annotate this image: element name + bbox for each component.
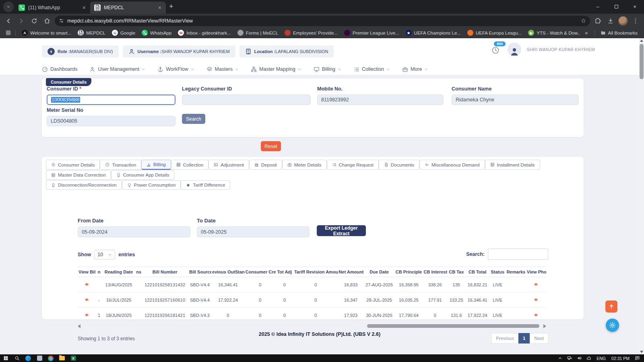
tab-power-consumption[interactable]: Power Consumption: [122, 180, 181, 190]
consumer-id-input[interactable]: 1000835688: [47, 95, 175, 105]
view-bill-eye-icon[interactable]: [84, 313, 90, 317]
column-header-consumer-credit[interactable]: Consumer Credit: [245, 267, 276, 277]
consumer-name-input[interactable]: Ridameka Chyne: [452, 95, 579, 105]
taskbar-search-icon[interactable]: [11, 354, 23, 362]
user-display-name[interactable]: SHRI WANJOP KUPAR KHYRIEM: [527, 47, 595, 52]
bookmarks-overflow-button[interactable]: »: [582, 30, 591, 36]
language-indicator[interactable]: ENG: [594, 356, 608, 361]
new-tab-button[interactable]: +: [169, 2, 173, 11]
bookmark-item-mepdcl[interactable]: MEPDCL: [75, 29, 108, 37]
column-header-cb-principle[interactable]: CB Principle: [395, 267, 423, 277]
chrome-icon[interactable]: [45, 354, 56, 362]
column-header-view-photo[interactable]: View Photo: [526, 267, 546, 277]
tab-transaction[interactable]: Transaction: [100, 160, 141, 170]
scroll-down-arrow[interactable]: [640, 351, 643, 353]
search-button[interactable]: Search: [182, 114, 205, 124]
column-header-reading-date[interactable]: Reading Date: [102, 267, 136, 277]
browser-tab-mepdcl[interactable]: MEPDCL ×: [90, 2, 166, 14]
tray-expand-icon[interactable]: [555, 354, 564, 362]
tab-deposit[interactable]: Deposit: [249, 160, 282, 170]
reload-button[interactable]: [29, 16, 39, 26]
bookmark-item-employees-provide[interactable]: Employees' Provide...: [282, 29, 341, 37]
reset-button[interactable]: Reset: [261, 141, 281, 151]
excel-icon[interactable]: [68, 354, 79, 362]
column-header-cb-interest[interactable]: CB Interest: [423, 267, 447, 277]
view-photo-eye-icon[interactable]: [533, 313, 539, 317]
view-bill-eye-icon[interactable]: [84, 297, 90, 302]
downloads-icon[interactable]: [605, 16, 616, 26]
site-settings-icon[interactable]: [59, 18, 64, 23]
column-header-view-bill[interactable]: View Bill: [78, 267, 96, 277]
vertical-scroll-thumb[interactable]: [640, 44, 644, 79]
bookmark-item-inbox-gideonkhark[interactable]: M Inbox - gideonkhark...: [175, 29, 234, 37]
all-bookmarks-button[interactable]: All Bookmarks: [598, 30, 640, 35]
column-header-remarks[interactable]: Remarks: [506, 267, 526, 277]
forward-button[interactable]: [16, 16, 27, 26]
tab-change-request[interactable]: Change Request: [327, 160, 379, 170]
nav-item-master-mapping[interactable]: Master Mapping: [251, 66, 301, 72]
tab-adjustment[interactable]: Adjustment: [208, 160, 249, 170]
clock[interactable]: 02:31 PM: [609, 356, 632, 361]
browser-menu-icon[interactable]: ⋮: [630, 16, 641, 26]
app-icon[interactable]: [34, 354, 45, 362]
table-horizontal-scrollbar[interactable]: [78, 324, 546, 328]
nav-item-masters[interactable]: Masters: [206, 66, 239, 72]
legacy-consumer-id-input[interactable]: [182, 95, 311, 105]
tab-search-button[interactable]: [3, 2, 14, 12]
column-header-n[interactable]: n: [96, 267, 102, 277]
user-avatar[interactable]: [508, 43, 521, 56]
window-minimize-button[interactable]: –: [588, 0, 607, 13]
nav-item-dashboards[interactable]: Dashboards: [42, 66, 77, 72]
tab-close-icon[interactable]: ×: [81, 4, 87, 11]
column-header-cb-total[interactable]: CB Total: [465, 267, 489, 277]
file-explorer-icon[interactable]: [56, 354, 68, 362]
page-size-select[interactable]: 10: [94, 250, 115, 259]
bookmark-item-premier-league-live[interactable]: Premier League Live...: [341, 29, 402, 37]
scroll-left-arrow[interactable]: [78, 324, 80, 328]
settings-fab[interactable]: [606, 319, 619, 332]
extensions-icon[interactable]: [592, 16, 603, 26]
window-maximize-button[interactable]: [607, 0, 625, 13]
action-center-icon[interactable]: [633, 354, 642, 362]
scroll-right-arrow[interactable]: [543, 324, 546, 328]
window-close-button[interactable]: ×: [625, 0, 644, 13]
scroll-up-arrow[interactable]: [640, 39, 643, 42]
nav-item-workflow[interactable]: WorkFlow: [157, 66, 194, 72]
bookmark-star-icon[interactable]: [581, 18, 586, 23]
column-header-cb-tax[interactable]: CB Tax: [447, 267, 465, 277]
page-scrollbar[interactable]: [639, 38, 644, 354]
table-search-input[interactable]: [488, 249, 548, 260]
column-header-tariff-revision-amount[interactable]: Tariff Revision Amount: [293, 267, 338, 277]
nav-item-collection[interactable]: Collection: [353, 66, 390, 72]
nav-item-billing[interactable]: Billing: [314, 66, 341, 72]
column-header-bill-number[interactable]: Bill Number: [141, 267, 188, 277]
to-date-input[interactable]: 05-09-2025: [197, 226, 310, 237]
edge-icon[interactable]: [23, 354, 34, 362]
column-header-status[interactable]: Status: [489, 267, 506, 277]
bookmark-item-forms-meecl[interactable]: Forms | MeECL: [235, 29, 281, 37]
column-header-evious-outstanding[interactable]: evious OutStanding: [211, 267, 245, 277]
bookmark-item-welcome-to-smart[interactable]: A Welcome to smart...: [19, 29, 74, 37]
bookmark-item-yts-watch-dow[interactable]: ▶ YTS - Watch & Dow...: [525, 29, 580, 37]
start-button[interactable]: [0, 354, 11, 362]
tab-collection[interactable]: Collection: [171, 160, 209, 170]
nav-item-user-management[interactable]: User Management: [89, 66, 145, 72]
column-header-net-amount[interactable]: Net Amount: [338, 267, 364, 277]
url-text[interactable]: mepdcl.ubs.ieasybill.com/RRMasterView/RR…: [67, 18, 578, 24]
column-header-due-date[interactable]: Due Date: [364, 267, 395, 277]
tab-consumer-app-details[interactable]: Consumer App Details: [111, 170, 174, 180]
browser-tab-11-whatsapp[interactable]: (11) WhatsApp ×: [14, 2, 90, 14]
tab-meter-details[interactable]: Meter Details: [282, 160, 327, 170]
bookmark-item-uefa-champions-le[interactable]: ★ UEFA Champions Le...: [403, 29, 464, 37]
tab-consumer-details[interactable]: Consumer Details: [46, 160, 100, 170]
notifications-button[interactable]: 900: [491, 46, 502, 57]
tab-documents[interactable]: Documents: [379, 160, 419, 170]
tab-tariff-difference[interactable]: Tariff Difference: [181, 180, 230, 190]
meter-serial-input[interactable]: LDS004805: [47, 116, 175, 126]
bookmark-item-google[interactable]: G Google: [109, 29, 138, 37]
tab-disconnection-reconnection[interactable]: Disconnection/Reconnection: [46, 180, 122, 190]
column-header-tot-adj[interactable]: Tot Adj: [276, 267, 293, 277]
bookmark-item-uefa-europa-leagu[interactable]: UEFA Europa Leagu...: [464, 29, 524, 37]
network-icon[interactable]: [565, 354, 574, 362]
tab-installment-details[interactable]: Installment Details: [485, 160, 540, 170]
